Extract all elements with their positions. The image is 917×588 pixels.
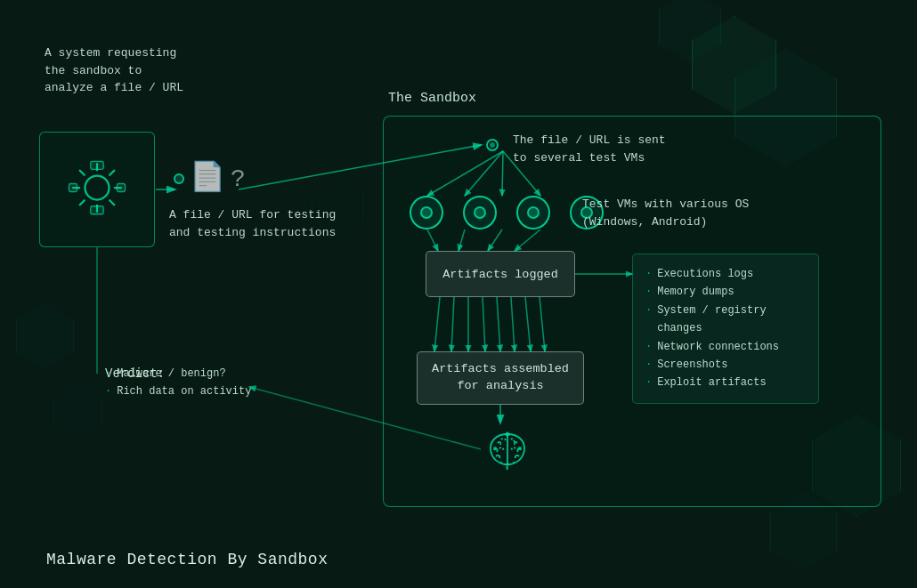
svg-rect-0 <box>91 161 103 169</box>
verdict-item-2: ·Rich data on activity <box>105 383 283 400</box>
source-label: A system requesting the sandbox to analy… <box>45 44 183 97</box>
vm-label: Test VMs with various OS (Windows, Andro… <box>582 196 749 230</box>
svg-rect-1 <box>91 205 103 213</box>
file-url-item: 📄 ? <box>174 165 246 193</box>
file-url-description: A file / URL for testing and testing ins… <box>169 206 336 241</box>
vm-circle-3 <box>516 196 550 230</box>
dot-indicator <box>174 173 184 184</box>
svg-rect-3 <box>118 183 126 191</box>
vm-circle-2 <box>463 196 497 230</box>
vm-circles-container <box>410 196 604 230</box>
brain-icon <box>482 423 533 475</box>
gear-icon <box>65 156 129 224</box>
svg-point-8 <box>513 462 515 464</box>
info-item: ·Network connections <box>645 338 806 356</box>
brain-icon-area <box>481 423 534 476</box>
svg-point-6 <box>506 432 510 437</box>
info-item: ·Exploit artifacts <box>645 374 806 391</box>
svg-point-7 <box>500 462 503 464</box>
vm-circle-1 <box>410 196 443 230</box>
verdict-title: Verdict: <box>105 365 165 383</box>
info-box: ·Executions logs·Memory dumps·System / r… <box>632 254 819 404</box>
system-box <box>39 132 155 247</box>
verdict-box: Verdict: ·Malware / benign? ·Rich data o… <box>105 365 283 401</box>
artifacts-assembled-box: Artifacts assembled for analysis <box>417 351 584 405</box>
bottom-title: Malware Detection By Sandbox <box>46 551 328 568</box>
file-icon: 📄 <box>190 165 225 193</box>
info-item: ·System / registry changes <box>645 302 806 338</box>
sent-vms-label: The file / URL is sent to several test V… <box>513 132 666 166</box>
info-item: ·Executions logs <box>645 265 806 283</box>
info-item: ·Screenshots <box>645 356 806 374</box>
sandbox-title: The Sandbox <box>388 89 476 109</box>
artifacts-logged-text: Artifacts logged <box>442 268 558 281</box>
svg-point-4 <box>493 447 497 450</box>
artifacts-logged-box: Artifacts logged <box>426 251 575 297</box>
question-mark: ? <box>231 165 246 193</box>
artifacts-assembled-text: Artifacts assembled for analysis <box>418 361 583 395</box>
svg-point-5 <box>518 447 522 450</box>
info-item: ·Memory dumps <box>645 283 806 301</box>
svg-rect-2 <box>69 183 77 191</box>
